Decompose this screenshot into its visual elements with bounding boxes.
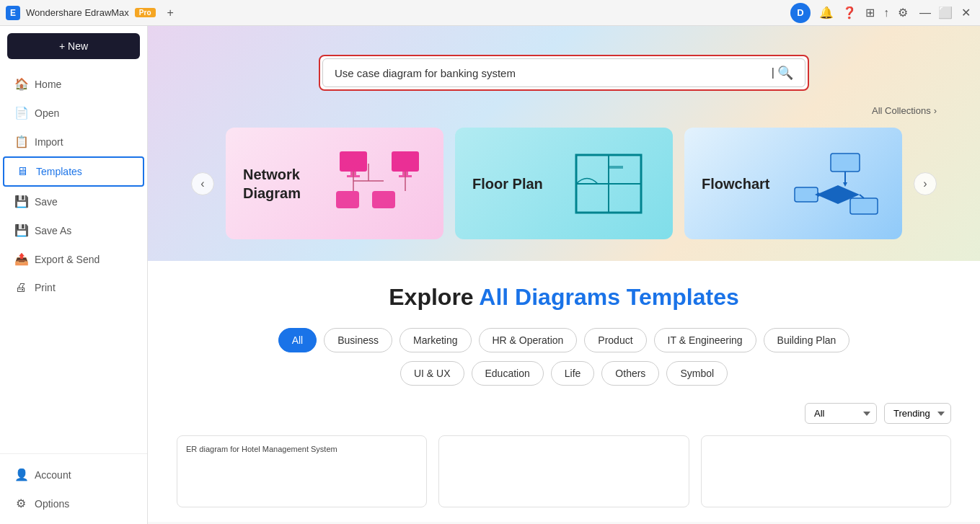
sidebar-item-save[interactable]: 💾 Save — [3, 187, 144, 216]
filter-ui-ux[interactable]: UI & UX — [400, 361, 464, 386]
help-icon[interactable]: ❓ — [842, 6, 857, 19]
add-tab-button[interactable]: + — [167, 6, 174, 19]
share-icon[interactable]: ↑ — [883, 6, 889, 19]
sidebar-item-label: Import — [35, 136, 63, 148]
search-box-inner: | 🔍 — [322, 58, 805, 87]
svg-rect-16 — [831, 154, 860, 172]
sidebar-item-open[interactable]: 📄 Open — [3, 99, 144, 127]
filter-tags-row1: All Business Marketing HR & Operation Pr… — [177, 328, 951, 352]
svg-rect-7 — [372, 191, 395, 208]
maximize-button[interactable]: ⬜ — [937, 4, 954, 22]
print-icon: 🖨 — [14, 281, 27, 294]
thumbnail-card-1[interactable]: ER diagram for Hotel Management System — [177, 435, 427, 507]
search-button[interactable]: 🔍 — [774, 62, 796, 84]
filter-all[interactable]: All — [278, 328, 317, 352]
options-icon: ⚙ — [14, 497, 27, 510]
filter-tags-row2: UI & UX Education Life Others Symbol — [177, 361, 951, 386]
thumbnail-card-2[interactable] — [438, 435, 689, 507]
save-as-icon: 💾 — [14, 223, 27, 237]
title-bar-right: D 🔔 ❓ ⊞ ↑ ⚙ — ⬜ ✕ — [790, 3, 974, 23]
sidebar-item-save-as[interactable]: 💾 Save As — [3, 216, 144, 244]
sidebar-item-label: Save As — [35, 225, 71, 236]
filter-product[interactable]: Product — [584, 328, 646, 352]
flowchart-card[interactable]: Flowchart — [684, 128, 902, 239]
filter-it-engineering[interactable]: IT & Engineering — [654, 328, 756, 352]
diagram-carousel: ‹ NetworkDiagram — [191, 128, 937, 239]
thumbnail-card-3[interactable] — [701, 435, 951, 507]
sidebar-bottom: 👤 Account ⚙ Options — [0, 453, 147, 524]
sort-bar: All Business Marketing Trending Newest P… — [177, 403, 951, 424]
main-layout: + New 🏠 Home 📄 Open 📋 Import 🖥 Templates… — [0, 26, 980, 524]
close-button[interactable]: ✕ — [957, 4, 974, 22]
content-area: | 🔍 All Collections › ‹ NetworkDiagram — [148, 26, 980, 524]
sidebar-item-import[interactable]: 📋 Import — [3, 128, 144, 156]
sidebar-item-options[interactable]: ⚙ Options — [3, 489, 144, 518]
filter-life[interactable]: Life — [551, 361, 595, 386]
import-icon: 📋 — [14, 135, 27, 148]
settings-icon[interactable]: ⚙ — [898, 6, 908, 19]
sidebar-item-templates[interactable]: 🖥 Templates — [3, 156, 144, 187]
user-avatar[interactable]: D — [790, 3, 811, 23]
flowchart-visual — [791, 148, 885, 220]
new-button[interactable]: + New — [7, 33, 140, 59]
grid-icon[interactable]: ⊞ — [865, 6, 875, 19]
sidebar-item-home[interactable]: 🏠 Home — [3, 70, 144, 98]
all-collections-link[interactable]: All Collections › — [191, 105, 937, 116]
floor-plan-card[interactable]: Floor Plan — [455, 128, 673, 239]
flowchart-title: Flowchart — [702, 174, 769, 193]
filter-others[interactable]: Others — [601, 361, 659, 386]
save-icon: 💾 — [14, 195, 27, 208]
carousel-prev-button[interactable]: ‹ — [191, 172, 214, 195]
title-bar-left: E Wondershare EdrawMax Pro + — [6, 6, 174, 20]
minimize-button[interactable]: — — [917, 4, 934, 22]
svg-rect-19 — [795, 187, 818, 202]
carousel-next-button[interactable]: › — [914, 172, 937, 195]
sort-select[interactable]: Trending Newest Popular — [884, 403, 951, 424]
filter-education[interactable]: Education — [472, 361, 544, 386]
home-icon: 🏠 — [14, 77, 27, 91]
sidebar-item-print[interactable]: 🖨 Print — [3, 274, 144, 301]
explore-section: Explore All Diagrams Templates All Busin… — [148, 261, 980, 522]
sidebar-item-account[interactable]: 👤 Account — [3, 461, 144, 489]
sidebar-item-label: Print — [35, 282, 56, 293]
sidebar-item-label: Templates — [36, 166, 82, 177]
svg-marker-21 — [843, 182, 847, 187]
filter-symbol[interactable]: Symbol — [666, 361, 728, 386]
sidebar-item-label: Home — [35, 79, 61, 90]
sidebar-item-label: Save — [35, 196, 58, 208]
sidebar-item-label: Account — [35, 469, 71, 481]
window-controls: — ⬜ ✕ — [917, 4, 974, 22]
explore-title: Explore All Diagrams Templates — [177, 284, 951, 311]
thumbnail-row: ER diagram for Hotel Management System — [177, 435, 951, 507]
svg-rect-3 — [392, 151, 419, 172]
filter-marketing[interactable]: Marketing — [399, 328, 471, 352]
search-wrapper: | 🔍 — [191, 55, 937, 91]
sidebar-nav: 🏠 Home 📄 Open 📋 Import 🖥 Templates 💾 Sav… — [0, 66, 147, 453]
export-icon: 📤 — [14, 252, 27, 266]
filter-hr-operation[interactable]: HR & Operation — [479, 328, 578, 352]
title-bar: E Wondershare EdrawMax Pro + D 🔔 ❓ ⊞ ↑ ⚙… — [0, 0, 980, 26]
category-select[interactable]: All Business Marketing — [805, 403, 877, 424]
app-title: Wondershare EdrawMax — [26, 7, 129, 18]
svg-rect-0 — [340, 151, 367, 172]
thumb-label-1: ER diagram for Hotel Management System — [186, 445, 337, 453]
filter-building-plan[interactable]: Building Plan — [764, 328, 850, 352]
search-box-outer: | 🔍 — [319, 55, 809, 91]
network-diagram-card[interactable]: NetworkDiagram — [226, 128, 443, 239]
sidebar-item-export-send[interactable]: 📤 Export & Send — [3, 245, 144, 273]
chevron-right-icon: › — [934, 105, 937, 116]
search-input[interactable] — [332, 63, 772, 84]
hero-section: | 🔍 All Collections › ‹ NetworkDiagram — [148, 26, 980, 261]
carousel-cards: NetworkDiagram — [226, 128, 902, 239]
sidebar-item-label: Export & Send — [35, 254, 100, 265]
open-icon: 📄 — [14, 106, 27, 120]
templates-icon: 🖥 — [16, 165, 29, 178]
bell-icon[interactable]: 🔔 — [819, 6, 834, 19]
pro-badge: Pro — [135, 8, 156, 17]
sidebar-item-label: Open — [35, 107, 59, 119]
floor-plan-visual — [562, 148, 655, 220]
svg-rect-15 — [609, 166, 623, 169]
svg-rect-6 — [336, 191, 359, 208]
filter-business[interactable]: Business — [324, 328, 392, 352]
sidebar: + New 🏠 Home 📄 Open 📋 Import 🖥 Templates… — [0, 26, 148, 524]
